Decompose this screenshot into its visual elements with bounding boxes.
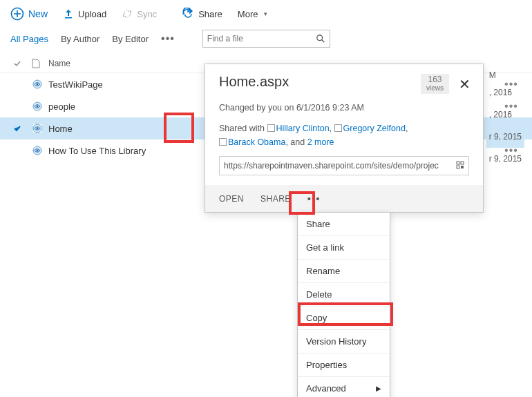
svg-rect-16 <box>457 166 459 168</box>
popup-action-bar: OPEN SHARE ••• <box>205 185 483 212</box>
tab-all-pages[interactable]: All Pages <box>10 34 48 44</box>
page-icon <box>32 101 48 112</box>
more-label: More <box>238 9 258 19</box>
select-all-checkbox[interactable] <box>12 59 32 68</box>
upload-icon <box>63 8 74 19</box>
sync-icon <box>122 8 133 19</box>
context-menu-item[interactable]: Delete <box>298 283 390 307</box>
modified-column-fragments: M , 2016 , 2016 r 9, 2015 r 9, 2015 <box>489 69 522 170</box>
row-date: , 2016 <box>489 110 512 119</box>
shared-person-link[interactable]: Gregory Zelfond <box>343 124 406 133</box>
context-menu-item[interactable]: Rename <box>298 260 390 283</box>
svg-rect-14 <box>457 162 459 164</box>
context-menu: ShareGet a linkRenameDeleteCopyVersion H… <box>297 212 390 397</box>
tab-by-editor[interactable]: By Editor <box>112 34 149 44</box>
context-menu-item[interactable]: Advanced▶ <box>298 377 390 397</box>
shared-with-text: Shared with Hillary Clinton, Gregory Zel… <box>219 122 469 149</box>
sync-button[interactable]: Sync <box>122 8 157 19</box>
row-checkbox[interactable] <box>12 124 32 133</box>
checkbox-icon[interactable] <box>219 138 227 146</box>
svg-point-13 <box>37 150 39 152</box>
plus-circle-icon <box>10 7 24 21</box>
close-icon[interactable]: ✕ <box>456 76 473 93</box>
tab-by-author[interactable]: By Author <box>61 34 99 44</box>
view-tabs: All Pages By Author By Editor ••• <box>0 26 532 55</box>
row-date: r 9, 2015 <box>489 154 522 164</box>
svg-point-1 <box>317 35 323 41</box>
popup-open-button[interactable]: OPEN <box>219 194 244 204</box>
item-preview-popup: Home.aspx 163 views ✕ Changed by you on … <box>205 64 484 213</box>
url-input[interactable] <box>220 161 452 171</box>
embed-icon[interactable] <box>452 161 468 171</box>
svg-rect-15 <box>461 162 464 164</box>
changed-by-text: Changed by you on 6/1/2016 9:23 AM <box>219 101 469 115</box>
popup-title: Home.aspx <box>219 74 289 90</box>
upload-label: Upload <box>78 9 106 19</box>
share-button[interactable]: Share <box>182 8 222 20</box>
shared-person-link[interactable]: Hillary Clinton <box>276 124 330 133</box>
sync-label: Sync <box>137 9 157 19</box>
modified-header-fragment: M <box>489 70 496 80</box>
search-box[interactable] <box>202 30 330 48</box>
context-menu-item[interactable]: Copy <box>298 307 390 330</box>
share-icon <box>182 8 194 20</box>
svg-rect-17 <box>461 166 464 168</box>
context-menu-item[interactable]: Version History <box>298 330 390 354</box>
page-icon <box>32 79 48 90</box>
context-menu-item[interactable]: Properties <box>298 354 390 377</box>
new-label: New <box>28 8 48 19</box>
share-label: Share <box>198 9 222 19</box>
page-icon <box>32 145 48 156</box>
url-field[interactable] <box>219 156 469 175</box>
row-date: r 9, 2015 <box>489 132 522 142</box>
submenu-arrow-icon: ▶ <box>376 385 381 392</box>
popup-more-button[interactable]: ••• <box>307 193 321 204</box>
shared-person-link[interactable]: Barack Obama <box>228 137 285 147</box>
shared-more-link[interactable]: 2 more <box>307 137 334 147</box>
views-badge: 163 views <box>421 74 449 94</box>
svg-point-10 <box>37 128 39 130</box>
new-button[interactable]: New <box>10 7 48 21</box>
svg-point-4 <box>37 84 39 86</box>
context-menu-item[interactable]: Share <box>298 213 390 236</box>
search-input[interactable] <box>207 34 304 43</box>
row-date: , 2016 <box>489 88 512 97</box>
search-icon[interactable] <box>316 34 325 43</box>
svg-point-7 <box>37 106 39 108</box>
chevron-down-icon: ▾ <box>264 10 267 17</box>
page-icon <box>32 123 48 134</box>
context-menu-item[interactable]: Get a link <box>298 236 390 260</box>
checkbox-icon[interactable] <box>267 124 275 132</box>
top-toolbar: New Upload Sync Share More ▾ <box>0 0 532 26</box>
type-icon-header <box>32 59 48 68</box>
checkbox-icon[interactable] <box>334 124 342 132</box>
more-button[interactable]: More ▾ <box>238 9 268 19</box>
upload-button[interactable]: Upload <box>63 8 106 19</box>
tabs-more-icon[interactable]: ••• <box>161 33 175 44</box>
popup-share-button[interactable]: SHARE <box>260 194 291 204</box>
